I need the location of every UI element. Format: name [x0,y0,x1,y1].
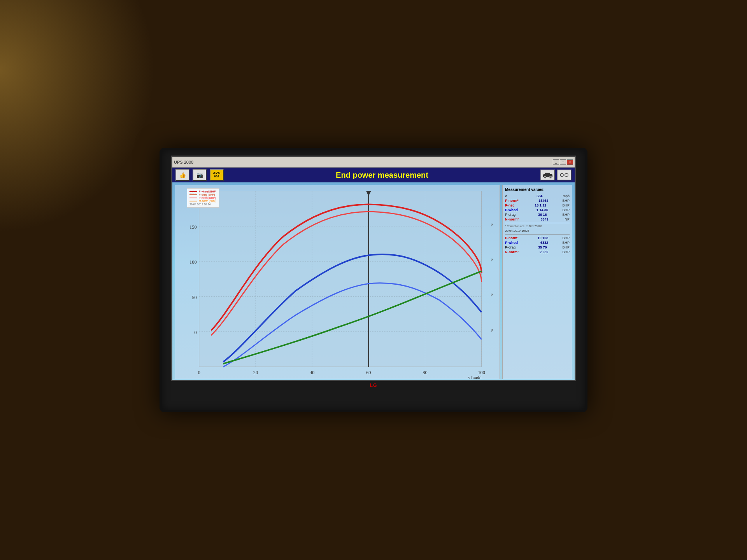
meas-row-nnorm1: N-norm² 3349 NP [505,217,570,221]
meas-row-pdrag1: P-drag 36 16 BHP [505,213,570,217]
meas-unit-nnorm2: BHP [559,250,570,254]
meas-value-nnorm1: 3349 [529,217,549,221]
connect-button[interactable] [557,170,572,180]
svg-rect-1 [545,173,550,175]
meas-value-pdrag1: 36 16 [528,213,547,217]
svg-text:P: P [491,222,493,227]
chart-container: P-wheel [BHP] P-drag [BHP] P-norm [BHP] [175,185,500,379]
svg-point-5 [565,173,568,177]
legend-p-drag: P-drag [BHP] [199,193,215,196]
legend-m-norm: M-norm [N.m] [199,200,216,202]
legend-p-norm: P-norm [BHP] [199,196,216,199]
svg-text:0: 0 [194,330,196,335]
meas-label-pwheel1: P-wheel [505,208,518,212]
window-title: UPS 2000 [174,160,193,164]
monitor: UPS 2000 _ □ × 👍 📷 ΔV%002 End power meas… [160,148,587,412]
meas-label-pnec: P-nec [505,203,515,207]
meas-unit-pdrag2: BHP [559,245,570,249]
meas-label-pwheel2: P-wheel [505,241,518,245]
monitor-brand: LG [370,383,377,388]
meas-row-nnorm2: N-norm² 2 089 BHP [505,250,570,254]
content-area: P-wheel [BHP] P-drag [BHP] P-norm [BHP] [172,182,575,381]
meas-date: 29.04.2019 10:24 [505,229,570,233]
svg-text:150: 150 [189,224,197,230]
svg-text:20: 20 [253,370,258,375]
thumb-button[interactable]: 👍 [175,169,189,181]
meas-label-nnorm2: N-norm² [505,250,519,254]
meas-divider2 [505,234,570,234]
meas-unit-pwheel2: BHP [559,241,570,245]
window-controls: _ □ × [553,159,573,165]
legend-p-wheel: P-wheel [BHP] [199,190,217,193]
meas-unit-pwheel1: BHP [559,208,570,212]
avp-button[interactable]: ΔV%002 [210,169,224,181]
meas-label-pnorm2: P-norm² [505,236,519,240]
svg-text:50: 50 [192,295,196,300]
svg-text:P: P [491,257,493,262]
meas-label-pnorm1: P-norm² [505,199,519,203]
meas-row-v: v 534 mph [505,194,570,198]
app-title: End power measurement [227,171,537,180]
minimize-button[interactable]: _ [553,159,559,165]
meas-row-pnorm1: P-norm² 15464 BHP [505,199,570,203]
meas-value-pdrag2: 35 70 [528,245,547,249]
meas-correction-note: * Correction acc. to DIN 70020 [505,225,570,228]
meas-unit-pnec: BHP [559,203,570,207]
measurement-panel: Measurement values: v 534 mph P-norm² 15… [502,185,572,379]
svg-text:60: 60 [366,370,371,375]
measurement-title: Measurement values: [505,187,570,192]
meas-row-pnorm2: P-norm² 10 108 BHP [505,236,570,240]
meas-value-pwheel1: 1 14 36 [529,208,548,212]
meas-row-pwheel1: P-wheel 1 14 36 BHP [505,208,570,212]
meas-unit-pnorm2: BHP [559,236,570,240]
meas-value-v: 534 [523,194,542,198]
svg-point-2 [544,176,546,178]
svg-text:100: 100 [189,259,197,265]
camera-button[interactable]: 📷 [193,169,207,181]
meas-row-pdrag2: P-drag 35 70 BHP [505,245,570,249]
window-titlebar: UPS 2000 _ □ × [172,157,575,168]
meas-row-pwheel2: P-wheel 6332 BHP [505,241,570,245]
toolbar-right-buttons [540,170,572,180]
meas-unit-pdrag1: BHP [559,213,570,217]
meas-value-pwheel2: 6332 [529,241,548,245]
meas-label-v: v [505,194,507,198]
meas-divider1 [505,223,570,223]
svg-text:0: 0 [198,370,200,375]
car-button[interactable] [540,170,555,180]
svg-point-3 [549,176,552,178]
meas-label-pdrag1: P-drag [505,213,516,217]
top-toolbar: 👍 📷 ΔV%002 End power measurement [172,168,575,182]
meas-unit-pnorm1: BHP [559,199,570,203]
chart-date: 29.04.2019 10:24 [189,203,217,206]
meas-unit-nnorm1: NP [559,217,570,221]
meas-value-pnec: 15 1 12 [527,203,546,207]
meas-label-nnorm1: N-norm² [505,217,519,221]
svg-text:P: P [491,292,493,297]
meas-value-nnorm2: 2 089 [529,250,549,254]
meas-unit-v: mph [559,194,570,198]
svg-text:P: P [491,328,493,332]
svg-rect-7 [199,191,482,367]
meas-value-pnorm2: 10 108 [529,236,548,240]
meas-row-pnec: P-nec 15 1 12 BHP [505,203,570,207]
meas-label-pdrag2: P-drag [505,245,516,249]
svg-text:v [mph]: v [mph] [468,375,482,379]
monitor-screen: UPS 2000 _ □ × 👍 📷 ΔV%002 End power meas… [171,156,576,381]
app-area: 👍 📷 ΔV%002 End power measurement [172,168,575,381]
svg-text:100: 100 [478,370,485,375]
maximize-button[interactable]: □ [560,159,566,165]
meas-value-pnorm1: 15464 [529,199,548,203]
svg-text:40: 40 [310,370,314,375]
chart-svg: 200 150 100 50 0 0 20 40 60 80 100 v [mp… [175,185,500,379]
chart-legend: P-wheel [BHP] P-drag [BHP] P-norm [BHP] [187,188,219,208]
svg-text:80: 80 [423,370,427,375]
close-button[interactable]: × [567,159,573,165]
svg-point-4 [560,173,563,177]
